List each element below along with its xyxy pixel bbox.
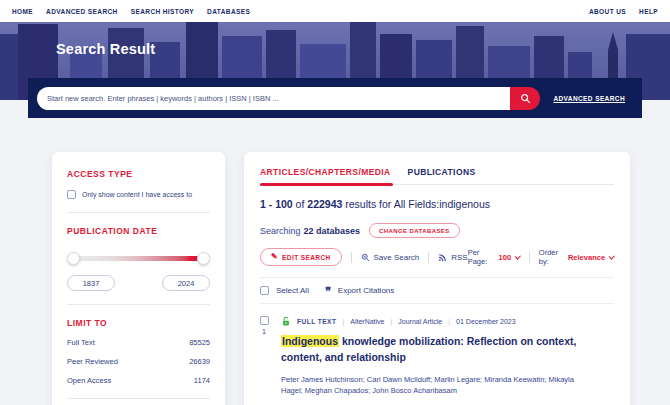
limit-open-access[interactable]: Open Access 1174 — [67, 376, 210, 385]
save-search-label: Save Search — [374, 253, 420, 262]
limit-count: 85525 — [189, 338, 210, 347]
per-page-label: Per Page: — [468, 248, 496, 266]
slider-handle-max[interactable] — [197, 252, 210, 265]
edit-search-label: EDIT SEARCH — [282, 254, 330, 261]
rss-label: RSS — [451, 253, 467, 262]
per-page-value[interactable]: 100 — [499, 253, 512, 262]
search-box — [37, 87, 540, 110]
nav-home[interactable]: HOME — [12, 8, 33, 15]
limit-label: Full Text — [67, 338, 95, 347]
limit-label: Open Access — [67, 376, 111, 385]
advanced-search-link[interactable]: ADVANCED SEARCH — [553, 95, 625, 102]
results-panel: ARTICLES/CHAPTERS/MEDIA PUBLICATIONS 1 -… — [244, 152, 630, 405]
result-body: FULL TEXT | AlterNative | Journal Articl… — [281, 316, 614, 405]
results-total: 222943 — [307, 198, 342, 210]
publication-date-heading: PUBLICATION DATE — [67, 226, 210, 236]
divider — [67, 398, 210, 399]
export-citations-link[interactable]: Export Citations — [338, 286, 394, 295]
result-select-column: 1 — [260, 316, 281, 405]
nav-help[interactable]: HELP — [639, 8, 658, 15]
result-source[interactable]: AlterNative — [350, 318, 384, 325]
date-range-slider — [71, 252, 206, 265]
content-area: ACCESS TYPE Only show content I have acc… — [52, 152, 670, 405]
access-checkbox[interactable] — [67, 190, 76, 199]
nav-search-history[interactable]: SEARCH HISTORY — [131, 8, 194, 15]
meta-separator: | — [390, 318, 392, 325]
nav-databases[interactable]: DATABASES — [207, 8, 250, 15]
save-search-button[interactable]: Save Search — [361, 253, 420, 262]
page-title: Search Result — [56, 41, 155, 57]
order-by-value[interactable]: Relevance — [568, 253, 605, 262]
meta-separator: | — [342, 318, 344, 325]
divider — [67, 304, 210, 305]
limit-to-heading: LIMIT TO — [67, 318, 210, 328]
result-item: 1 FULL TEXT | AlterNative | Journal Arti… — [260, 303, 614, 405]
result-checkbox[interactable] — [260, 316, 269, 325]
result-meta-row: FULL TEXT | AlterNative | Journal Articl… — [281, 316, 614, 327]
search-bar-band: ADVANCED SEARCH — [28, 78, 642, 118]
select-all-label: Select All — [276, 286, 309, 295]
result-authors: Peter James Hutchinson; Cari Dawn McIldu… — [281, 374, 587, 397]
display-options: Per Page: 100 Order by: Relevance — [468, 248, 614, 266]
top-nav: HOME ADVANCED SEARCH SEARCH HISTORY DATA… — [0, 0, 670, 22]
results-range: 1 - 100 — [260, 198, 293, 210]
rss-button[interactable]: RSS — [438, 253, 467, 262]
filters-panel: ACCESS TYPE Only show content I have acc… — [52, 152, 225, 405]
result-date: 01 December 2023 — [456, 318, 516, 325]
results-tabs: ARTICLES/CHAPTERS/MEDIA PUBLICATIONS — [260, 163, 614, 185]
searching-row: Searching 22 databases CHANGE DATABASES — [260, 223, 614, 238]
limit-count: 1174 — [194, 376, 210, 385]
nav-advanced-search[interactable]: ADVANCED SEARCH — [46, 8, 118, 15]
slider-track[interactable] — [71, 256, 206, 261]
access-checkbox-row: Only show content I have access to — [67, 190, 210, 199]
access-checkbox-label: Only show content I have access to — [82, 191, 192, 198]
result-number: 1 — [260, 328, 281, 335]
access-type-heading: ACCESS TYPE — [67, 169, 210, 179]
results-toolbar: ✎ EDIT SEARCH Save Search RSS Pe — [260, 248, 614, 266]
pencil-icon: ✎ — [271, 253, 278, 261]
limit-count: 26639 — [189, 357, 210, 366]
limit-peer-reviewed[interactable]: Peer Reviewed 26639 — [67, 357, 210, 366]
rss-icon — [438, 253, 447, 262]
change-databases-button[interactable]: CHANGE DATABASES — [369, 223, 460, 238]
divider — [67, 212, 210, 213]
database-count: 22 databases — [304, 226, 361, 236]
edit-search-button[interactable]: ✎ EDIT SEARCH — [260, 248, 342, 266]
search-button[interactable] — [510, 87, 540, 110]
result-doc-type: Journal Article — [398, 318, 442, 325]
year-min-input[interactable]: 1837 — [67, 275, 115, 291]
limit-full-text[interactable]: Full Text 85525 — [67, 338, 210, 347]
highlighted-term: Indigenous — [281, 335, 339, 347]
tab-articles-chapters-media[interactable]: ARTICLES/CHAPTERS/MEDIA — [260, 167, 391, 177]
chevron-down-icon[interactable] — [515, 253, 521, 259]
searching-label: Searching — [260, 226, 301, 236]
limit-label: Peer Reviewed — [67, 357, 118, 366]
results-of: of — [293, 198, 308, 210]
unlock-icon — [281, 316, 291, 327]
result-title-link[interactable]: Indigenous knowledge mobilization: Refle… — [281, 334, 587, 366]
top-nav-left: HOME ADVANCED SEARCH SEARCH HISTORY DATA… — [12, 8, 250, 15]
tab-publications[interactable]: PUBLICATIONS — [408, 167, 476, 177]
year-inputs-row: 1837 2024 — [67, 275, 210, 291]
save-search-icon — [361, 253, 370, 262]
nav-about-us[interactable]: ABOUT US — [589, 8, 626, 15]
divider — [529, 252, 530, 263]
bulk-actions-row: Select All ❞ Export Citations — [260, 278, 614, 303]
results-query: results for All Fields:indigenous — [342, 198, 490, 210]
meta-separator: | — [448, 318, 450, 325]
select-all-checkbox[interactable] — [260, 286, 269, 295]
hero-banner: Search Result ADVANCED SEARCH — [0, 22, 670, 100]
results-summary: 1 - 100 of 222943 results for All Fields… — [260, 198, 614, 210]
slider-handle-min[interactable] — [67, 252, 80, 265]
order-by-label: Order by: — [539, 248, 565, 266]
divider — [351, 252, 352, 263]
top-nav-right: ABOUT US HELP — [589, 8, 658, 15]
search-icon — [520, 93, 531, 104]
chevron-down-icon[interactable] — [609, 253, 615, 259]
year-max-input[interactable]: 2024 — [162, 275, 210, 291]
divider — [428, 252, 429, 263]
search-input[interactable] — [37, 87, 510, 110]
full-text-badge: FULL TEXT — [297, 318, 336, 325]
